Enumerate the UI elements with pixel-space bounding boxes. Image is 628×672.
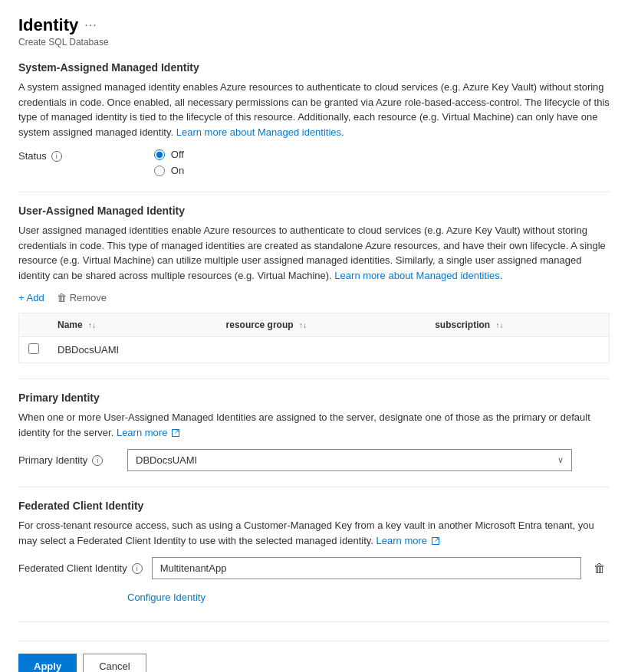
row-name: DBDocsUAMI xyxy=(48,337,217,363)
sort-rg-icon[interactable]: ↑↓ xyxy=(299,321,307,329)
sort-sub-icon[interactable]: ↑↓ xyxy=(495,321,503,329)
page-subtitle: Create SQL Database xyxy=(18,37,610,48)
federated-client-description: For cross-tenant resource access, such a… xyxy=(18,518,610,548)
federated-learn-more-link[interactable]: Learn more xyxy=(376,535,439,546)
configure-identity-link[interactable]: Configure Identity xyxy=(127,592,205,603)
table-header-resource-group[interactable]: resource group ↑↓ xyxy=(217,313,426,337)
federated-identity-form-row: Federated Client Identity i 🗑 xyxy=(18,557,610,579)
primary-identity-form-row: Primary Identity i DBDocsUAMI ∨ xyxy=(18,449,610,471)
federated-client-input[interactable] xyxy=(152,557,581,579)
add-remove-toolbar: + Add 🗑 Remove xyxy=(18,292,610,303)
table-header-row: Name ↑↓ resource group ↑↓ subscription ↑… xyxy=(19,313,609,337)
page-title: Identity xyxy=(18,15,78,35)
row-checkbox[interactable] xyxy=(28,343,39,354)
apply-button[interactable]: Apply xyxy=(18,654,77,672)
identity-table-container: Name ↑↓ resource group ↑↓ subscription ↑… xyxy=(18,313,610,363)
add-identity-button[interactable]: + Add xyxy=(18,292,44,303)
user-assigned-title: User-Assigned Managed Identity xyxy=(18,205,610,217)
radio-off-option[interactable]: Off xyxy=(154,149,184,160)
user-assigned-description: User assigned managed identities enable … xyxy=(18,223,610,283)
status-label: Status i xyxy=(18,149,62,162)
user-assigned-learn-more-link[interactable]: Learn more about Managed identities xyxy=(334,270,499,281)
federated-client-section: Federated Client Identity For cross-tena… xyxy=(18,500,610,603)
system-assigned-learn-more-link[interactable]: Learn more about Managed identities xyxy=(176,126,341,138)
radio-on-input[interactable] xyxy=(154,166,165,176)
trash-icon: 🗑 xyxy=(57,292,67,303)
radio-off-label: Off xyxy=(171,149,184,160)
radio-off-input[interactable] xyxy=(154,149,165,160)
system-assigned-title: System-Assigned Managed Identity xyxy=(18,61,610,74)
divider-3 xyxy=(18,487,610,487)
status-radio-group: Off On xyxy=(154,149,184,176)
delete-federated-button[interactable]: 🗑 xyxy=(590,559,609,579)
table-row: DBDocsUAMI xyxy=(19,337,609,363)
ellipsis-menu[interactable]: ··· xyxy=(84,18,97,32)
federated-input-row: 🗑 xyxy=(152,557,610,579)
primary-identity-info-icon[interactable]: i xyxy=(92,455,103,466)
divider-2 xyxy=(18,379,610,379)
system-assigned-section: System-Assigned Managed Identity A syste… xyxy=(18,61,610,176)
row-resource-group xyxy=(217,337,426,363)
status-info-icon[interactable]: i xyxy=(51,151,62,162)
federated-client-title: Federated Client Identity xyxy=(18,500,610,512)
row-subscription xyxy=(426,337,609,363)
primary-identity-description: When one or more User-Assigned Managed I… xyxy=(18,410,610,440)
row-checkbox-cell xyxy=(19,337,48,363)
remove-identity-button[interactable]: 🗑 Remove xyxy=(57,292,107,303)
user-assigned-section: User-Assigned Managed Identity User assi… xyxy=(18,205,610,363)
radio-on-label: On xyxy=(171,165,184,176)
primary-identity-learn-more-link[interactable]: Learn more xyxy=(117,427,179,438)
action-bar: Apply Cancel xyxy=(18,641,610,672)
radio-on-option[interactable]: On xyxy=(154,165,184,176)
cancel-button[interactable]: Cancel xyxy=(83,654,146,672)
chevron-down-icon: ∨ xyxy=(557,455,564,465)
primary-identity-dropdown-value: DBDocsUAMI xyxy=(136,454,197,466)
federated-client-info-icon[interactable]: i xyxy=(132,563,143,574)
table-header-checkbox-cell xyxy=(19,313,48,337)
table-header-subscription[interactable]: subscription ↑↓ xyxy=(426,313,609,337)
table-header-name[interactable]: Name ↑↓ xyxy=(48,313,217,337)
page-header: Identity ··· Create SQL Database xyxy=(18,15,610,48)
federated-external-link-icon xyxy=(432,537,439,545)
sort-name-icon[interactable]: ↑↓ xyxy=(88,321,96,329)
system-assigned-description: A system assigned managed identity enabl… xyxy=(18,80,610,139)
status-row: Status i Off On xyxy=(18,149,610,176)
divider-1 xyxy=(18,192,610,192)
primary-identity-section: Primary Identity When one or more User-A… xyxy=(18,392,610,471)
identity-table: Name ↑↓ resource group ↑↓ subscription ↑… xyxy=(19,313,609,362)
divider-4 xyxy=(18,621,610,622)
configure-identity-link-row: Configure Identity xyxy=(127,592,610,603)
primary-identity-label: Primary Identity i xyxy=(18,454,118,466)
primary-identity-dropdown[interactable]: DBDocsUAMI ∨ xyxy=(127,449,572,471)
primary-identity-title: Primary Identity xyxy=(18,392,610,404)
external-link-icon xyxy=(172,429,179,437)
federated-client-label: Federated Client Identity i xyxy=(18,562,143,574)
